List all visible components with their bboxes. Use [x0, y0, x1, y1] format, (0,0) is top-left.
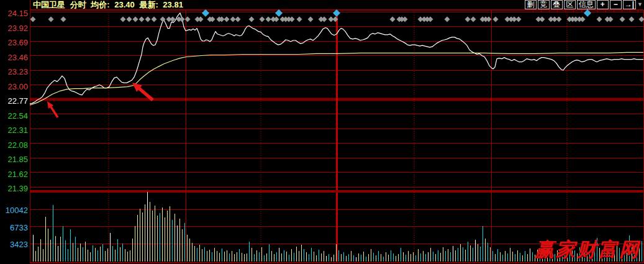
volume-bar: [172, 220, 173, 262]
volume-bar: [271, 251, 272, 262]
volume-bar: [162, 207, 163, 262]
price-axis-label: 22.31: [0, 126, 28, 134]
price-axis-label: 21.39: [0, 184, 28, 193]
volume-bar: [445, 251, 446, 262]
volume-bar: [343, 252, 344, 262]
volume-bar: [376, 255, 376, 262]
chart-title: 中国卫星 分时 均价: 23.40 最新: 23.81: [33, 1, 186, 9]
gray-diamond-icon: [445, 17, 450, 22]
volume-bar: [331, 257, 332, 262]
price-axis-label: 24.15: [0, 9, 28, 17]
jump-to-end-button[interactable]: →|: [623, 0, 636, 9]
volume-bar: [502, 255, 503, 262]
volume-bar: [142, 212, 143, 262]
gray-diamond-icon: [540, 17, 545, 22]
volume-bar: [80, 244, 81, 262]
volume-bar: [65, 240, 66, 262]
gray-diamond-icon: [465, 17, 471, 22]
volume-bar: [179, 219, 180, 262]
info-button[interactable]: 信息: [577, 0, 596, 9]
volume-bar: [189, 239, 190, 262]
volume-bar: [311, 248, 312, 262]
gray-diamond-icon: [179, 17, 185, 22]
volume-bar: [413, 252, 414, 262]
volume-bar: [478, 244, 478, 262]
volume-bar: [458, 248, 458, 262]
volume-bar: [170, 206, 170, 262]
toolbar: 删 竞 叠 区 信息 + − →| ▼: [525, 0, 643, 9]
auction-button[interactable]: 竞: [538, 0, 550, 9]
gray-diamond-icon: [608, 17, 614, 22]
price-axis-label: 23.00: [0, 83, 28, 91]
volume-bar: [366, 257, 366, 262]
volume-bar: [435, 254, 436, 262]
volume-bar: [507, 253, 508, 262]
volume-bar: [512, 252, 513, 262]
volume-bar: [450, 252, 451, 262]
volume-bar: [341, 254, 342, 262]
volume-bar: [490, 247, 491, 262]
volume-bar: [157, 216, 158, 262]
volume-bar: [423, 251, 424, 262]
volume-bar: [284, 250, 284, 262]
volume-bar: [261, 247, 262, 262]
zoom-in-button[interactable]: +: [597, 0, 609, 9]
volume-bar: [338, 250, 339, 262]
volume-bar: [505, 251, 506, 262]
volume-bar: [217, 251, 217, 262]
volume-bar: [398, 254, 399, 262]
gray-diamond-icon: [235, 17, 241, 22]
volume-bar: [391, 250, 391, 262]
volume-bar: [98, 250, 98, 262]
gray-diamond-icon: [580, 17, 586, 22]
volume-bar: [132, 239, 133, 262]
volume-bar: [117, 239, 118, 262]
volume-bar: [68, 249, 68, 262]
price-axis-label: 22.77: [0, 97, 28, 105]
volume-bar: [403, 252, 404, 262]
volume-bar: [85, 242, 86, 262]
volume-bar: [383, 257, 384, 262]
volume-bar: [95, 248, 96, 262]
volume-axis-label: 10042: [0, 206, 28, 214]
volume-bar: [430, 248, 431, 262]
chart-canvas[interactable]: [0, 0, 644, 264]
volume-bar: [90, 252, 91, 262]
volume-bar: [202, 249, 202, 262]
volume-bar: [122, 244, 123, 262]
gray-diamond-icon: [152, 17, 157, 22]
volume-bar: [155, 206, 155, 262]
gray-diamond-icon: [48, 17, 54, 22]
volume-bar: [371, 249, 371, 262]
volume-bar: [294, 253, 294, 262]
volume-bar: [361, 255, 361, 262]
overlay-button[interactable]: 叠: [551, 0, 563, 9]
volume-bar: [515, 254, 515, 262]
volume-bar: [495, 254, 496, 262]
annotation-arrow-shaft: [50, 106, 58, 117]
volume-bar: [35, 251, 36, 262]
zoom-out-button[interactable]: −: [610, 0, 622, 9]
volume-bar: [227, 250, 227, 262]
chevron-down-icon[interactable]: ▼: [637, 0, 643, 9]
volume-bar: [209, 250, 210, 262]
volume-bar: [388, 255, 389, 262]
volume-bar: [207, 251, 207, 262]
volume-bar: [358, 253, 359, 262]
delete-button[interactable]: 删: [525, 0, 537, 9]
volume-bar: [488, 243, 488, 262]
volume-bar: [214, 248, 215, 262]
volume-bar: [247, 253, 247, 262]
volume-bar: [232, 251, 232, 262]
gray-diamond-icon: [249, 17, 255, 22]
zone-button[interactable]: 区: [564, 0, 576, 9]
volume-bar: [70, 229, 71, 262]
volume-bar: [475, 240, 476, 262]
volume-bar: [222, 248, 222, 262]
volume-bar: [396, 256, 396, 262]
volume-bar: [470, 245, 471, 262]
volume-bar: [152, 211, 153, 262]
volume-bar: [237, 252, 237, 262]
stock-name: 中国卫星: [33, 0, 65, 9]
volume-bar: [415, 255, 416, 262]
